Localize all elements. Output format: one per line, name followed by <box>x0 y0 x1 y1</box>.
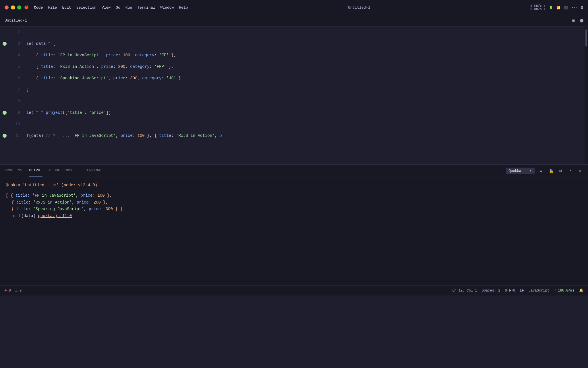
split-editor-icon[interactable]: ⊞ <box>571 18 576 23</box>
tab-untitled[interactable]: Untitled-1 <box>5 18 27 23</box>
collapse-panel-icon[interactable]: ∧ <box>567 168 574 174</box>
menu-help[interactable]: Help <box>179 5 188 10</box>
output-line-4: at f(data) quokka.js:11:0 <box>6 213 582 220</box>
more-icon: ••• <box>571 6 577 9</box>
breakpoint-3[interactable] <box>3 42 7 46</box>
ln-2: 2 <box>9 26 24 38</box>
quokka-output-header: Quokka 'Untitled-1.js' (node: v12.4.0) <box>6 182 97 189</box>
wifi-icon: 📶 <box>556 6 560 9</box>
code-line-8 <box>26 95 585 107</box>
statusbar: ⊗ 0 △ 0 Ln 12, Col 1 Spaces: 2 UTF-8 LF … <box>0 285 588 296</box>
tab-debug-console[interactable]: DEBUG CONSOLE <box>49 165 78 177</box>
code-editor[interactable]: let data = [ { title: 'FP in JavaScript'… <box>26 26 585 164</box>
menu-apple[interactable]: 🍎 <box>24 5 29 10</box>
list-filter-icon[interactable]: ≡ <box>538 168 544 174</box>
code-line-4: { title: 'FP in JavaScript', price: 100,… <box>26 49 585 61</box>
ln-11: 11 <box>9 130 24 141</box>
breakpoint-11[interactable] <box>3 134 7 138</box>
tabbar-right: ⊞ <box>571 18 583 23</box>
tab-problems[interactable]: PROBLEMS <box>5 165 22 177</box>
code-line-2 <box>26 26 585 38</box>
menu-code[interactable]: Code <box>34 5 43 10</box>
tab-output[interactable]: OUTPUT <box>29 165 42 177</box>
code-line-3: let data = [ <box>26 38 585 49</box>
bp-8 <box>0 95 9 107</box>
ln-8: 8 <box>9 95 24 107</box>
output-source-dropdown[interactable]: Quokka ▾ <box>506 168 535 174</box>
quokka-link[interactable]: quokka.js:11:0 <box>38 213 72 220</box>
bp-6 <box>0 72 9 84</box>
status-left: ⊗ 0 △ 0 <box>5 288 22 293</box>
ln-10: 10 <box>9 118 24 130</box>
line-numbers: 2 3 4 5 6 7 8 9 10 11 <box>9 26 26 164</box>
ln-6: 6 <box>9 72 24 84</box>
bp-11 <box>0 130 9 141</box>
language-mode[interactable]: JavaScript <box>529 289 549 293</box>
bp-7 <box>0 84 9 95</box>
menu-run[interactable]: Run <box>125 5 132 10</box>
menu-go[interactable]: Go <box>116 5 120 10</box>
bp-9 <box>0 107 9 118</box>
extensions-icon: ⬛ <box>564 6 568 9</box>
menu-edit[interactable]: Edit <box>62 5 71 10</box>
lock-icon[interactable]: 🔒 <box>548 168 554 174</box>
maximize-button[interactable] <box>17 5 21 9</box>
dirty-indicator <box>580 19 583 22</box>
breakpoint-column <box>0 26 9 164</box>
tab-terminal[interactable]: TERMINAL <box>85 165 102 177</box>
menu-bar: 🍎 Code File Edit Selection View Go Run T… <box>24 5 188 10</box>
code-line-6: { title: 'Speaking JavaScript', price: 3… <box>26 72 585 84</box>
indentation[interactable]: Spaces: 2 <box>482 289 500 293</box>
scrollbar-thumb[interactable] <box>585 29 587 47</box>
panel-tabs: PROBLEMS OUTPUT DEBUG CONSOLE TERMINAL Q… <box>0 165 588 177</box>
minimize-button[interactable] <box>11 5 15 9</box>
ln-4: 4 <box>9 49 24 61</box>
panel-body: Quokka 'Untitled-1.js' (node: v12.4.0) [… <box>0 177 588 285</box>
traffic-lights <box>5 5 21 9</box>
close-panel-icon[interactable]: ✕ <box>577 168 583 174</box>
cursor-position[interactable]: Ln 12, Col 1 <box>452 289 477 293</box>
code-line-11: f(data) // ? ... FP in JavaScript', pric… <box>26 130 585 141</box>
bp-4 <box>0 49 9 61</box>
output-line-3: { title: 'Speaking JavaScript', price: 3… <box>6 206 582 213</box>
panel: PROBLEMS OUTPUT DEBUG CONSOLE TERMINAL Q… <box>0 164 588 285</box>
code-line-10 <box>26 118 585 130</box>
editor-area: 2 3 4 5 6 7 8 9 10 11 let data = [ { tit… <box>0 26 588 164</box>
dropdown-label: Quokka <box>509 169 521 173</box>
quokka-header-line: Quokka 'Untitled-1.js' (node: v12.4.0) <box>6 182 582 189</box>
status-right: Ln 12, Col 1 Spaces: 2 UTF-8 LF JavaScri… <box>452 288 583 293</box>
battery-icon: 🔋 <box>549 6 553 9</box>
menu-terminal[interactable]: Terminal <box>137 5 155 10</box>
ln-5: 5 <box>9 61 24 72</box>
ln-3: 3 <box>9 38 24 49</box>
menu-file[interactable]: File <box>48 5 57 10</box>
code-line-5: { title: 'RxJS in Action', price: 200, c… <box>26 61 585 72</box>
panel-tabs-right: Quokka ▾ ≡ 🔒 ⧉ ∧ ✕ <box>506 168 583 174</box>
bp-5 <box>0 61 9 72</box>
network-status: 0 KB/s ↑0 KB/s ↓ <box>530 4 546 11</box>
bp-2 <box>0 26 9 38</box>
code-line-7: ] <box>26 84 585 95</box>
breakpoint-9[interactable] <box>3 111 7 115</box>
bp-3 <box>0 38 9 49</box>
window-title: Untitled-1 <box>348 5 370 10</box>
copy-icon[interactable]: ⧉ <box>558 168 564 174</box>
menu-view[interactable]: View <box>102 5 111 10</box>
menu-selection[interactable]: Selection <box>76 5 96 10</box>
titlebar: 🍎 Code File Edit Selection View Go Run T… <box>0 0 588 15</box>
editor-scrollbar[interactable] <box>585 26 588 164</box>
code-line-9: let f = project(['title', 'price']) <box>26 107 585 118</box>
menu-window[interactable]: Window <box>160 5 174 10</box>
bp-10 <box>0 118 9 130</box>
output-line-2: { title: 'RxJS in Action', price: 200 }, <box>6 199 582 206</box>
quokka-time[interactable]: ✓ 186.04ms <box>554 288 575 293</box>
close-button[interactable] <box>5 5 9 9</box>
eol[interactable]: LF <box>520 289 524 293</box>
encoding[interactable]: UTF-8 <box>505 289 515 293</box>
tabbar: Untitled-1 ⊞ <box>0 15 588 26</box>
titlebar-left: 🍎 Code File Edit Selection View Go Run T… <box>5 5 188 10</box>
notification-icon[interactable]: 🔔 <box>579 288 583 293</box>
ln-9: 9 <box>9 107 24 118</box>
error-count[interactable]: ⊗ 0 <box>5 288 11 293</box>
warning-count[interactable]: △ 0 <box>16 288 22 293</box>
